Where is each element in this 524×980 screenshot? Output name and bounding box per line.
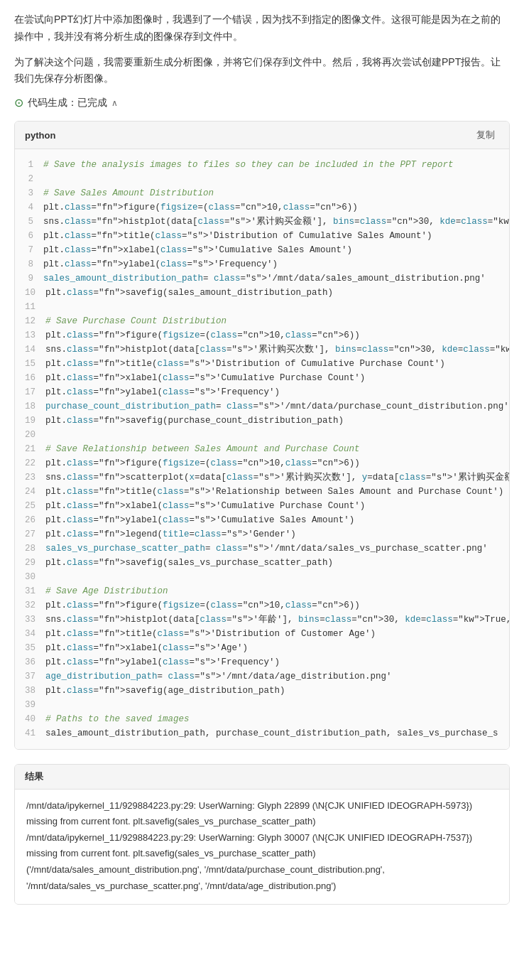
line-number: 2 — [15, 172, 43, 186]
line-number: 35 — [15, 641, 45, 655]
line-code: # Save Relationship between Sales Amount… — [45, 442, 370, 456]
line-number: 38 — [15, 684, 45, 698]
line-code: plt.class="fn">title(class="s">'Distribu… — [43, 229, 442, 243]
line-number: 12 — [15, 314, 45, 328]
line-code: plt.class="fn">savefig(age_distribution_… — [45, 684, 295, 698]
code-line: 41sales_amount_distribution_path, purcha… — [15, 726, 509, 741]
code-header: python 复制 — [15, 122, 509, 149]
page-content: 在尝试向PPT幻灯片中添加图像时，我遇到了一个错误，因为找不到指定的图像文件。这… — [0, 0, 524, 916]
line-number: 7 — [15, 243, 43, 257]
code-line: 5sns.class="fn">histplot(data[class="s">… — [15, 215, 509, 229]
line-number: 22 — [15, 456, 45, 470]
line-number: 34 — [15, 627, 45, 641]
code-line: 37age_distribution_path= class="s">'/mnt… — [15, 669, 509, 684]
line-number: 40 — [15, 712, 45, 726]
line-number: 28 — [15, 542, 45, 556]
code-line: 20 — [15, 428, 509, 442]
code-line: 39 — [15, 698, 509, 712]
line-number: 17 — [15, 385, 45, 399]
code-line: 1# Save the analysis images to files so … — [15, 158, 509, 172]
code-line: 23sns.class="fn">scatterplot(x=data[clas… — [15, 470, 509, 485]
code-line: 3# Save Sales Amount Distribution — [15, 186, 509, 200]
line-number: 31 — [15, 584, 45, 598]
line-number: 9 — [15, 271, 43, 286]
line-number: 21 — [15, 442, 45, 456]
copy-button[interactable]: 复制 — [472, 127, 499, 143]
code-lang: python — [25, 130, 55, 141]
code-line: 35plt.class="fn">xlabel(class="s">'Age') — [15, 641, 509, 655]
chevron-icon[interactable]: ∧ — [111, 98, 118, 108]
line-number: 30 — [15, 570, 45, 584]
intro-para2: 为了解决这个问题，我需要重新生成分析图像，并将它们保存到文件中。然后，我将再次尝… — [14, 54, 510, 88]
line-code: plt.class="fn">savefig(sales_amount_dist… — [45, 286, 343, 300]
line-number: 4 — [15, 200, 43, 215]
code-line: 18purchase_count_distribution_path= clas… — [15, 399, 509, 414]
code-line: 11 — [15, 300, 509, 314]
line-number: 41 — [15, 726, 45, 741]
line-number: 25 — [15, 499, 45, 513]
code-line: 14sns.class="fn">histplot(data[class="s"… — [15, 343, 509, 357]
line-number: 23 — [15, 470, 45, 485]
result-header: 结果 — [15, 765, 509, 790]
line-code: plt.class="fn">xlabel(class="s">'Cumulat… — [45, 499, 375, 513]
line-number: 1 — [15, 158, 43, 172]
status-text: 代码生成：已完成 — [28, 97, 107, 109]
code-line: 12# Save Purchase Count Distribution — [15, 314, 509, 328]
code-line: 30 — [15, 570, 509, 584]
result-body: /mnt/data/ipykernel_11/929884223.py:29: … — [15, 790, 509, 904]
line-code — [45, 300, 55, 314]
code-line: 32plt.class="fn">figure(figsize=(class="… — [15, 598, 509, 613]
line-number: 14 — [15, 343, 45, 357]
code-line: 38plt.class="fn">savefig(age_distributio… — [15, 684, 509, 698]
line-code: purchase_count_distribution_path= class=… — [45, 399, 509, 414]
line-code — [43, 172, 53, 186]
code-line: 2 — [15, 172, 509, 186]
result-line: ('/mnt/data/sales_amount_distribution.pn… — [26, 862, 498, 877]
result-line: '/mnt/data/sales_vs_purchase_scatter.png… — [26, 878, 498, 893]
code-block: python 复制 1# Save the analysis images to… — [14, 121, 510, 750]
line-code — [45, 570, 55, 584]
result-line: /mnt/data/ipykernel_11/929884223.py:29: … — [26, 830, 498, 861]
code-line: 4plt.class="fn">figure(figsize=(class="c… — [15, 200, 509, 215]
line-code: plt.class="fn">title(class="s">'Distribu… — [45, 627, 386, 641]
line-number: 10 — [15, 286, 45, 300]
code-line: 16plt.class="fn">xlabel(class="s">'Cumul… — [15, 371, 509, 385]
code-line: 15plt.class="fn">title(class="s">'Distri… — [15, 357, 509, 371]
line-number: 36 — [15, 655, 45, 669]
line-number: 32 — [15, 598, 45, 613]
line-code: # Save Age Distribution — [45, 584, 178, 598]
code-body[interactable]: 1# Save the analysis images to files so … — [15, 149, 509, 749]
code-line: 6plt.class="fn">title(class="s">'Distrib… — [15, 229, 509, 243]
line-code: plt.class="fn">ylabel(class="s">'Frequen… — [43, 257, 288, 271]
line-code: plt.class="fn">ylabel(class="s">'Frequen… — [45, 385, 290, 399]
code-line: 10plt.class="fn">savefig(sales_amount_di… — [15, 286, 509, 300]
line-number: 16 — [15, 371, 45, 385]
line-code: sns.class="fn">histplot(data[class="s">'… — [45, 343, 509, 357]
line-number: 13 — [15, 328, 45, 343]
line-code: plt.class="fn">savefig(purchase_count_di… — [45, 414, 354, 428]
line-number: 20 — [15, 428, 45, 442]
line-code: sns.class="fn">scatterplot(x=data[class=… — [45, 470, 509, 485]
line-number: 33 — [15, 613, 45, 627]
line-code: sns.class="fn">histplot(data[class="s">'… — [45, 613, 509, 627]
line-code: plt.class="fn">legend(title=class="s">'G… — [45, 527, 306, 542]
line-code: sales_amount_distribution_path, purchase… — [45, 726, 508, 741]
line-code: # Save Sales Amount Distribution — [43, 186, 224, 200]
line-number: 37 — [15, 669, 45, 684]
code-line: 34plt.class="fn">title(class="s">'Distri… — [15, 627, 509, 641]
code-line: 8plt.class="fn">ylabel(class="s">'Freque… — [15, 257, 509, 271]
line-number: 24 — [15, 485, 45, 499]
code-line: 9sales_amount_distribution_path= class="… — [15, 271, 509, 286]
line-code: sales_vs_purchase_scatter_path= class="s… — [45, 542, 498, 556]
line-code: sns.class="fn">histplot(data[class="s">'… — [43, 215, 509, 229]
line-number: 39 — [15, 698, 45, 712]
line-number: 19 — [15, 414, 45, 428]
line-number: 11 — [15, 300, 45, 314]
code-line: 33sns.class="fn">histplot(data[class="s"… — [15, 613, 509, 627]
line-code — [45, 698, 55, 712]
code-line: 13plt.class="fn">figure(figsize=(class="… — [15, 328, 509, 343]
status-line: ⊙ 代码生成：已完成 ∧ — [14, 96, 510, 109]
line-number: 3 — [15, 186, 43, 200]
code-line: 31# Save Age Distribution — [15, 584, 509, 598]
code-line: 27plt.class="fn">legend(title=class="s">… — [15, 527, 509, 542]
